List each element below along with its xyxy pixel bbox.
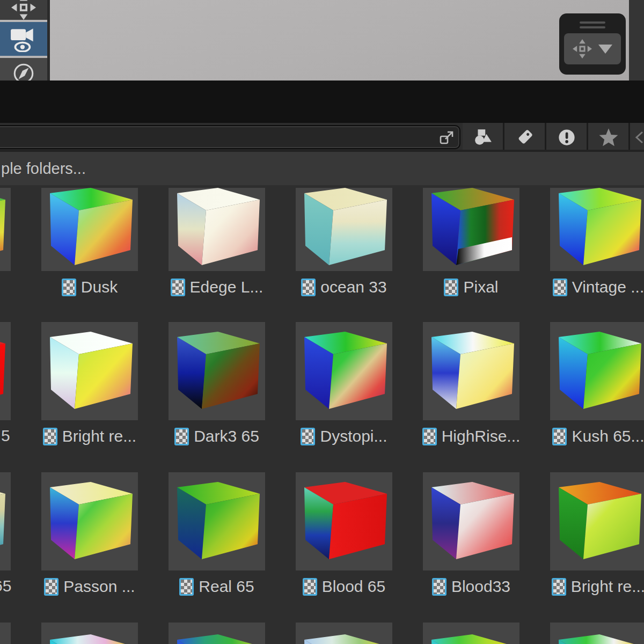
asset-item[interactable]: Bright re... [41, 322, 138, 420]
search-field[interactable] [0, 125, 460, 149]
texture-icon [422, 428, 437, 445]
search-by-type-button[interactable] [463, 123, 503, 152]
search-by-import-log-button[interactable] [546, 123, 587, 152]
view-move-tool-button[interactable] [0, 0, 47, 20]
asset-item[interactable]: Dystopi... [296, 322, 392, 420]
asset-thumbnail [296, 623, 392, 644]
asset-label-row: Bright re... [31, 425, 149, 448]
texture-icon [43, 428, 57, 445]
asset-item[interactable] [41, 623, 138, 644]
asset-thumbnail [41, 188, 138, 271]
chevron-left-icon [634, 129, 644, 145]
search-input[interactable] [1, 127, 420, 148]
asset-grid[interactable]: Dusk Edege L... ocean 33 Pixal Vintage .… [0, 185, 644, 644]
asset-item[interactable] [296, 623, 392, 644]
asset-thumbnail [0, 188, 11, 271]
asset-thumbnail [41, 322, 138, 420]
asset-thumbnail [169, 188, 265, 271]
asset-label: Kush 65... [572, 427, 644, 445]
asset-label-row: Edege L... [158, 275, 276, 299]
texture-icon [179, 578, 194, 596]
asset-thumbnail [550, 188, 644, 271]
asset-label-row: Kush 65... [539, 425, 644, 448]
asset-item[interactable]: ocean 33 [296, 188, 392, 271]
save-search-button[interactable] [588, 123, 628, 152]
texture-icon [432, 578, 447, 596]
texture-icon [301, 279, 316, 296]
camera-eye-icon [10, 26, 38, 52]
asset-label-row: Dusk [31, 275, 149, 299]
asset-item[interactable]: Blood33 [423, 472, 519, 570]
asset-label: Pixal [463, 278, 498, 296]
asset-item[interactable]: Passon ... [41, 472, 138, 570]
asset-item[interactable] [0, 472, 11, 570]
asset-thumbnail [169, 623, 265, 644]
texture-icon [552, 578, 566, 596]
asset-item[interactable] [0, 322, 11, 420]
asset-thumbnail [550, 623, 644, 644]
asset-label: HighRise... [442, 427, 521, 445]
asset-thumbnail [169, 472, 265, 570]
drag-handle[interactable] [559, 13, 626, 28]
asset-item[interactable]: Edege L... [169, 188, 265, 271]
lut-cube-preview [41, 330, 138, 414]
texture-icon [171, 279, 185, 296]
asset-item[interactable] [169, 623, 265, 644]
texture-icon [552, 428, 567, 445]
asset-label: Vintage ... [572, 278, 644, 296]
compass-icon [11, 58, 36, 80]
asset-item[interactable]: HighRise... [423, 322, 519, 420]
asset-item[interactable]: Real 65 [169, 472, 265, 570]
asset-label: Passon ... [63, 577, 135, 596]
panel-edge [629, 0, 644, 80]
open-in-new-window-icon[interactable] [438, 130, 455, 146]
asset-label-row: Blood33 [412, 575, 530, 598]
asset-thumbnail [0, 623, 11, 644]
header-band [0, 80, 644, 123]
asset-item[interactable]: Vintage ... [550, 188, 644, 271]
asset-item[interactable]: Bright re... [550, 472, 644, 570]
results-bar-text: ple folders... [1, 160, 86, 178]
asset-item[interactable]: Dusk [41, 188, 138, 271]
texture-icon [174, 428, 189, 445]
texture-icon [44, 578, 58, 596]
camera-preview-button[interactable] [0, 22, 47, 56]
asset-item[interactable] [423, 623, 519, 644]
lut-cube-preview [169, 188, 265, 270]
asset-item[interactable] [550, 623, 644, 644]
asset-item[interactable]: Pixal [423, 188, 519, 271]
asset-thumbnail [423, 623, 519, 644]
scene-view[interactable] [0, 0, 644, 80]
lut-cube-preview [296, 330, 392, 414]
asset-item[interactable]: Kush 65... [550, 322, 644, 420]
lut-cube-preview [41, 480, 138, 565]
asset-label: Dark3 65 [194, 427, 259, 445]
search-filter-buttons [463, 123, 644, 152]
editor-window: ple folders... Dusk Edege L... ocean 33 … [0, 0, 644, 644]
asset-thumbnail [169, 322, 265, 420]
asset-label: Bright re... [62, 427, 136, 445]
move-tool-button[interactable] [564, 33, 621, 64]
exclamation-circle-icon [557, 128, 576, 147]
star-icon [598, 128, 619, 147]
asset-label: Dystopi... [320, 427, 387, 445]
asset-item[interactable]: Blood 65 [296, 472, 392, 570]
asset-label-row: Pixal [412, 275, 530, 299]
asset-label: Blood 65 [322, 577, 385, 596]
lut-cube-preview [169, 480, 265, 565]
lut-cube-preview [0, 632, 11, 644]
asset-label-row: Bright re... [539, 575, 644, 598]
more-filters-button[interactable] [630, 123, 644, 152]
lut-cube-preview [550, 330, 644, 414]
asset-label: Bright re... [571, 577, 644, 596]
asset-thumbnail [550, 322, 644, 420]
asset-label-row: ocean 33 [285, 275, 403, 299]
asset-item[interactable] [0, 188, 11, 271]
asset-item[interactable] [0, 623, 11, 644]
triangle-down-icon [598, 45, 612, 54]
partial-asset-label: 5 [1, 427, 10, 445]
search-by-label-button[interactable] [504, 123, 545, 152]
asset-item[interactable]: Dark3 65 [169, 322, 265, 420]
orientation-compass-button[interactable] [0, 58, 47, 80]
asset-thumbnail [0, 472, 11, 570]
